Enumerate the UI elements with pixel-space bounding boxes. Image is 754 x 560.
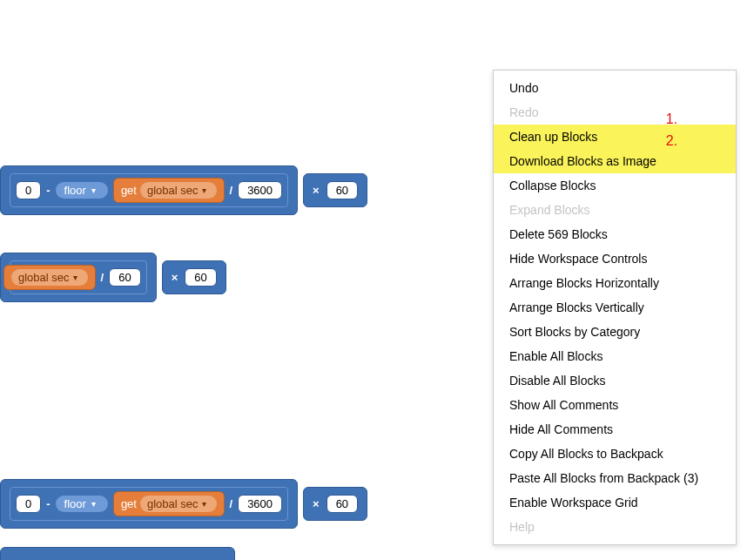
divide-op: / (230, 184, 233, 197)
number-input[interactable]: 0 (16, 495, 41, 513)
var-dropdown[interactable]: global sec (140, 496, 217, 512)
math-inner: global sec / 60 (10, 260, 147, 294)
divisor-input[interactable]: 3600 (238, 181, 282, 199)
context-menu-item: Help (494, 515, 736, 539)
mult-input[interactable]: 60 (327, 495, 358, 513)
minus-op: - (46, 497, 50, 510)
divide-op: / (230, 497, 233, 510)
floor-dropdown[interactable]: floor (56, 182, 108, 199)
get-var-block[interactable]: get global sec (113, 491, 225, 516)
times-op: × (172, 271, 178, 284)
divisor-input[interactable]: 60 (109, 268, 140, 287)
get-label: get (121, 497, 137, 510)
times-op: × (313, 497, 320, 510)
context-menu-item[interactable]: Enable Workspace Grid (494, 490, 736, 515)
floor-dropdown[interactable]: floor (56, 496, 108, 512)
math-block[interactable]: 0 - floor get global sec / 3600 (0, 479, 298, 529)
annotation-2: 2. (666, 133, 677, 149)
divisor-input[interactable]: 3600 (238, 495, 282, 513)
number-input[interactable]: 0 (16, 181, 41, 199)
minus-op: - (46, 184, 50, 197)
divide-op: / (101, 271, 104, 284)
block-group-1: 0 - floor get global sec / 3600 × 60 (0, 165, 367, 215)
block-group-2: global sec / 60 × 60 (0, 253, 226, 302)
context-menu-item[interactable]: Collapse Blocks (494, 173, 736, 198)
context-menu-item[interactable]: Hide Workspace Controls (494, 246, 736, 271)
math-inner: 0 - floor get global sec / 3600 (10, 487, 288, 521)
context-menu-item: Redo (494, 100, 736, 125)
block-group-3: 0 - floor get global sec / 3600 × 60 (0, 479, 367, 529)
context-menu-item[interactable]: Sort Blocks by Category (494, 320, 736, 344)
get-var-block[interactable]: get global sec (113, 178, 225, 203)
context-menu-item[interactable]: Hide All Comments (494, 417, 736, 442)
get-label: get (121, 184, 137, 197)
math-block[interactable] (0, 547, 235, 560)
math-block[interactable]: global sec / 60 (0, 253, 157, 302)
context-menu-item[interactable]: Paste All Blocks from Backpack (3) (494, 466, 736, 490)
context-menu-item[interactable]: Download Blocks as Image (494, 149, 736, 173)
times-block[interactable]: × 60 (162, 260, 226, 294)
context-menu-item: Expand Blocks (494, 198, 736, 222)
context-menu-item[interactable]: Arrange Blocks Vertically (494, 295, 736, 320)
context-menu-item[interactable]: Arrange Blocks Horizontally (494, 271, 736, 295)
mult-input[interactable]: 60 (185, 268, 216, 287)
times-op: × (313, 184, 320, 197)
context-menu-item[interactable]: Clean up Blocks (494, 125, 736, 149)
times-block[interactable]: × 60 (303, 487, 367, 521)
context-menu-item[interactable]: Enable All Blocks (494, 344, 736, 368)
block-group-4-partial (0, 547, 235, 560)
context-menu-item[interactable]: Disable All Blocks (494, 368, 736, 393)
math-block[interactable]: 0 - floor get global sec / 3600 (0, 165, 298, 215)
context-menu-item[interactable]: Undo (494, 76, 736, 100)
times-block[interactable]: × 60 (303, 173, 367, 207)
var-dropdown[interactable]: global sec (140, 182, 217, 199)
context-menu-item[interactable]: Show All Comments (494, 393, 736, 417)
get-var-block[interactable]: global sec (3, 265, 96, 290)
var-dropdown[interactable]: global sec (11, 269, 88, 286)
context-menu-item[interactable]: Copy All Blocks to Backpack (494, 442, 736, 466)
context-menu-item[interactable]: Delete 569 Blocks (494, 222, 736, 246)
mult-input[interactable]: 60 (327, 181, 358, 199)
math-inner: 0 - floor get global sec / 3600 (10, 173, 288, 207)
context-menu: UndoRedoClean up BlocksDownload Blocks a… (493, 70, 737, 545)
annotation-1: 1. (666, 111, 677, 127)
